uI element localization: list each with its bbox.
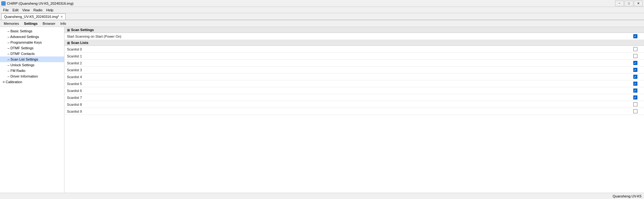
scanlist-control-8 bbox=[631, 102, 639, 106]
scanlist-row-9: Scanlist 9 bbox=[64, 108, 644, 115]
sidebar-label-dtmf-contacts: – DTMF Contacts bbox=[8, 52, 35, 56]
sidebar-item-unlock-settings[interactable]: – Unlock Settings bbox=[0, 62, 64, 68]
scanlist-row-3: Scanlist 3 bbox=[64, 67, 644, 73]
scanlist-control-0 bbox=[631, 47, 639, 51]
scanlist-label-4: Scanlist 4 bbox=[67, 75, 631, 79]
scanlist-row-1: Scanlist 1 bbox=[64, 53, 644, 60]
sidebar-label-scan-list-settings: – Scan List Settings bbox=[8, 57, 38, 61]
scanlist-checkbox-0[interactable] bbox=[633, 47, 637, 51]
scanlist-control-3 bbox=[631, 68, 639, 72]
scanlist-row-8: Scanlist 8 bbox=[64, 101, 644, 108]
calibration-expand-icon: ⊕ bbox=[3, 80, 5, 83]
start-on-scan-label: Start Scanning on Start (Power On) bbox=[67, 35, 631, 38]
sidebar-item-dtmf-contacts[interactable]: – DTMF Contacts bbox=[0, 51, 64, 56]
sidebar-label-driver-information: – Driver Information bbox=[8, 74, 38, 78]
sidebar-item-fm-radio[interactable]: – FM Radio bbox=[0, 68, 64, 73]
scanlist-label-3: Scanlist 3 bbox=[67, 68, 631, 72]
scanlist-control-9 bbox=[631, 109, 639, 113]
minimize-button[interactable]: − bbox=[615, 1, 624, 6]
sidebar: – Basic Settings – Advanced Settings – P… bbox=[0, 27, 64, 193]
scanlist-row-5: Scanlist 5 bbox=[64, 80, 644, 87]
scanlist-checkbox-9[interactable] bbox=[633, 109, 637, 113]
scan-settings-header: ▣ Scan Settings bbox=[64, 27, 644, 33]
sidebar-label-programmable-keys: – Programmable Keys bbox=[8, 40, 42, 44]
scanlist-label-6: Scanlist 6 bbox=[67, 89, 631, 93]
menu-file[interactable]: File bbox=[1, 8, 11, 13]
scanlist-label-2: Scanlist 2 bbox=[67, 61, 631, 65]
scanlist-control-6 bbox=[631, 89, 639, 93]
scanlist-label-9: Scanlist 9 bbox=[67, 110, 631, 113]
close-button[interactable]: ✕ bbox=[634, 1, 643, 6]
sidebar-label-unlock-settings: – Unlock Settings bbox=[8, 63, 35, 67]
sidebar-item-driver-information[interactable]: – Driver Information bbox=[0, 73, 64, 79]
sec-menu-info[interactable]: Info bbox=[58, 21, 69, 26]
main-content: – Basic Settings – Advanced Settings – P… bbox=[0, 27, 644, 193]
scanlist-control-5 bbox=[631, 82, 639, 86]
start-on-scan-control bbox=[631, 34, 639, 38]
scanlist-control-4 bbox=[631, 75, 639, 79]
scan-lists-label: Scan Lists bbox=[71, 41, 88, 45]
scanlist-label-8: Scanlist 8 bbox=[67, 103, 631, 106]
tab-close-button[interactable]: ✕ bbox=[60, 15, 63, 19]
scanlist-row-6: Scanlist 6 bbox=[64, 87, 644, 94]
sidebar-item-dtmf-settings[interactable]: – DTMF Settings bbox=[0, 45, 64, 51]
scanlist-label-5: Scanlist 5 bbox=[67, 82, 631, 86]
scanlist-checkbox-6[interactable] bbox=[633, 89, 637, 93]
scanlist-row-0: Scanlist 0 bbox=[64, 46, 644, 53]
window-controls: − □ ✕ bbox=[615, 1, 643, 6]
sec-menu-settings[interactable]: Settings bbox=[21, 21, 40, 26]
scanlist-label-7: Scanlist 7 bbox=[67, 96, 631, 100]
tab-active[interactable]: Quansheng_UV-K5_20240316.img* ✕ bbox=[1, 13, 66, 20]
title-bar-left: CHIRP (Quansheng UV-K5_20240316.img) bbox=[1, 1, 74, 6]
scanlist-checkbox-8[interactable] bbox=[633, 102, 637, 106]
scanlist-control-1 bbox=[631, 54, 639, 58]
sidebar-item-advanced-settings[interactable]: – Advanced Settings bbox=[0, 34, 64, 40]
scanlist-checkbox-2[interactable] bbox=[633, 61, 637, 65]
scanlist-checkbox-4[interactable] bbox=[633, 75, 637, 79]
secondary-menu: Memories Settings Browser Info bbox=[0, 20, 644, 27]
menu-help[interactable]: Help bbox=[44, 8, 55, 13]
menu-edit[interactable]: Edit bbox=[11, 8, 20, 13]
maximize-button[interactable]: □ bbox=[625, 1, 633, 6]
sidebar-item-basic-settings[interactable]: – Basic Settings bbox=[0, 28, 64, 34]
scan-settings-label: Scan Settings bbox=[71, 28, 94, 32]
scan-lists-header: ▣ Scan Lists bbox=[64, 40, 644, 46]
scanlist-row-7: Scanlist 7 bbox=[64, 94, 644, 101]
sidebar-label-dtmf-settings: – DTMF Settings bbox=[8, 46, 34, 50]
scanlist-checkbox-3[interactable] bbox=[633, 68, 637, 72]
scanlist-checkbox-5[interactable] bbox=[633, 82, 637, 86]
sidebar-item-calibration[interactable]: ⊕ Calibration bbox=[0, 79, 64, 85]
scanlist-control-2 bbox=[631, 61, 639, 65]
sec-menu-memories[interactable]: Memories bbox=[1, 21, 21, 26]
scan-settings-collapse-icon[interactable]: ▣ bbox=[67, 28, 70, 32]
menu-radio[interactable]: Radio bbox=[31, 8, 44, 13]
window-title: CHIRP (Quansheng UV-K5_20240316.img) bbox=[7, 2, 74, 5]
app-icon bbox=[1, 1, 6, 6]
scanlist-row-4: Scanlist 4 bbox=[64, 73, 644, 80]
tab-bar: Quansheng_UV-K5_20240316.img* ✕ bbox=[0, 13, 644, 20]
scan-lists-collapse-icon[interactable]: ▣ bbox=[67, 41, 70, 45]
sidebar-label-fm-radio: – FM Radio bbox=[8, 69, 25, 73]
sec-menu-browser[interactable]: Browser bbox=[40, 21, 58, 26]
menu-bar: File Edit View Radio Help bbox=[0, 7, 644, 13]
start-on-scan-checkbox[interactable] bbox=[633, 34, 637, 38]
scanlist-checkbox-1[interactable] bbox=[633, 54, 637, 58]
scanlist-label-1: Scanlist 1 bbox=[67, 54, 631, 58]
sidebar-label-advanced-settings: – Advanced Settings bbox=[8, 35, 39, 39]
settings-panel: ▣ Scan Settings Start Scanning on Start … bbox=[64, 27, 644, 193]
title-bar: CHIRP (Quansheng UV-K5_20240316.img) − □… bbox=[0, 0, 644, 7]
status-bar: Quansheng UV-K5 bbox=[0, 193, 644, 199]
scanlist-checkbox-7[interactable] bbox=[633, 95, 637, 100]
scanlist-row-2: Scanlist 2 bbox=[64, 60, 644, 67]
scanlist-label-0: Scanlist 0 bbox=[67, 47, 631, 51]
tab-label: Quansheng_UV-K5_20240316.img* bbox=[4, 15, 59, 19]
scanlist-control-7 bbox=[631, 95, 639, 100]
start-on-scan-row: Start Scanning on Start (Power On) bbox=[64, 33, 644, 40]
menu-view[interactable]: View bbox=[20, 8, 32, 13]
status-text: Quansheng UV-K5 bbox=[613, 194, 641, 198]
sidebar-label-calibration: Calibration bbox=[6, 80, 22, 84]
sidebar-item-scan-list-settings[interactable]: – Scan List Settings bbox=[0, 56, 64, 62]
sidebar-item-programmable-keys[interactable]: – Programmable Keys bbox=[0, 40, 64, 45]
sidebar-label-basic-settings: – Basic Settings bbox=[8, 29, 32, 33]
